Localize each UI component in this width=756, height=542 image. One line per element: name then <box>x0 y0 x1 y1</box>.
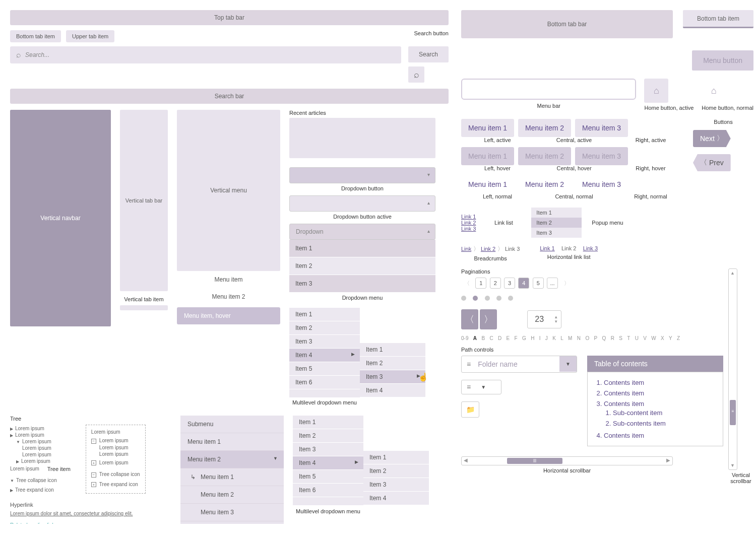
bottom-tab-item-2[interactable]: Bottom tab item <box>683 10 753 28</box>
alpha-l[interactable]: L <box>560 335 563 341</box>
menu-item-hover[interactable]: Menu item, hover <box>177 307 280 324</box>
toc-item-3[interactable]: Contents item Sub-content item Sub-conte… <box>604 398 716 430</box>
mldd2-i5[interactable]: Item 5 <box>293 470 363 484</box>
alpha-p[interactable]: P <box>594 335 598 341</box>
related-reading-link[interactable]: Related reading links <box>10 522 171 524</box>
mldd2-i6[interactable]: Item 6 <box>293 484 363 497</box>
vertical-scrollbar[interactable]: ▲ ≡ ▼ <box>728 268 737 470</box>
toc-item-4[interactable]: Contents item <box>604 430 716 441</box>
menu-item-left-active[interactable]: Menu item 1 <box>461 119 514 137</box>
alpha-0-9[interactable]: 0-9 <box>461 335 468 341</box>
folder-up-button[interactable]: 📁 <box>461 401 479 418</box>
mldd1-item-4[interactable]: Item 4▶ <box>289 349 360 362</box>
dropdown-item-3[interactable]: Item 3 <box>289 275 435 293</box>
pg-1[interactable]: 1 <box>475 278 486 289</box>
pg-prev[interactable]: 〈 <box>461 278 472 289</box>
search-input[interactable]: ⌕ Search... <box>10 46 401 63</box>
stepper-down-icon[interactable]: ▼ <box>554 319 558 324</box>
stepper-up-icon[interactable]: ▲ <box>554 315 558 319</box>
mldd1-item-6[interactable]: Item 6 <box>289 376 360 389</box>
tree-minus-icon[interactable]: − <box>91 439 96 444</box>
pg-3[interactable]: 3 <box>504 278 515 289</box>
dot-2[interactable] <box>473 296 478 301</box>
alpha-q[interactable]: Q <box>602 335 606 341</box>
mldd1-item-1[interactable]: Item 1 <box>289 308 360 321</box>
menu-item-left-hover[interactable]: Menu item 1 <box>461 147 514 165</box>
alpha-m[interactable]: M <box>568 335 572 341</box>
path-dropdown-btn[interactable]: ▼ <box>559 356 577 372</box>
path-control-1[interactable]: ≡ Folder name ▼ <box>461 356 577 373</box>
tree-plus-icon[interactable]: + <box>91 460 96 465</box>
next-button[interactable]: Next 〉 <box>693 130 731 147</box>
dropdown-item-2[interactable]: Item 2 <box>289 257 435 275</box>
mldd1-sub-1[interactable]: Item 1 <box>360 343 425 357</box>
pg-2[interactable]: 2 <box>490 278 501 289</box>
alpha-z[interactable]: Z <box>677 335 680 341</box>
dot-4[interactable] <box>496 296 501 301</box>
path-control-2[interactable]: ≡ ▼ <box>461 380 501 394</box>
vertical-tab-bar[interactable]: Vertical tab bar <box>120 110 168 291</box>
tree-item[interactable]: ▶Lorem ipsum <box>10 432 71 438</box>
toc-item-1[interactable]: Contents item <box>604 377 716 388</box>
popup-item-1[interactable]: Item 1 <box>531 208 582 218</box>
alpha-n[interactable]: N <box>577 335 581 341</box>
alpha-r[interactable]: R <box>611 335 614 341</box>
prev-button[interactable]: 〈 Prev <box>693 154 731 171</box>
scrollbar-thumb[interactable]: ≡ <box>730 400 736 425</box>
alpha-d[interactable]: D <box>498 335 501 341</box>
alpha-s[interactable]: S <box>619 335 622 341</box>
vml-sub-2[interactable]: Menu item 2 <box>180 486 284 504</box>
popup-item-3[interactable]: Item 3 <box>531 228 582 238</box>
upper-tab-item[interactable]: Upper tab item <box>66 30 114 42</box>
mldd1-sub-4[interactable]: Item 4 <box>360 384 425 397</box>
tree-item[interactable]: ▶Lorem ipsum <box>10 426 71 431</box>
menu-item-right-active[interactable]: Menu item 3 <box>575 119 628 137</box>
mldd2-i4[interactable]: Item 4▶ <box>293 456 363 470</box>
mldd2-s4[interactable]: Item 4 <box>363 492 429 505</box>
alpha-v[interactable]: V <box>643 335 647 341</box>
scrollbar-thumb[interactable]: ||| <box>507 458 562 464</box>
vertical-navbar[interactable]: Vertical navbar <box>10 110 111 326</box>
tree-item[interactable]: Lorem ipsum <box>99 445 140 450</box>
alpha-o[interactable]: O <box>585 335 589 341</box>
dot-5[interactable] <box>508 296 513 301</box>
search-icon-button[interactable]: ⌕ <box>408 66 424 83</box>
alpha-t[interactable]: T <box>627 335 630 341</box>
alpha-e[interactable]: E <box>507 335 510 341</box>
stepper[interactable]: 23 ▲ ▼ <box>527 310 561 328</box>
big-next[interactable]: 〉 <box>480 309 497 329</box>
horizontal-scrollbar[interactable]: ◀ ||| ▶ <box>461 456 673 465</box>
home-button-normal[interactable]: ⌂ <box>702 79 726 103</box>
alpha-h[interactable]: H <box>531 335 534 341</box>
menu-item-2[interactable]: Menu item 2 <box>177 288 280 305</box>
scroll-right-icon[interactable]: ▶ <box>666 457 670 463</box>
alpha-w[interactable]: W <box>651 335 656 341</box>
scroll-left-icon[interactable]: ◀ <box>464 457 468 463</box>
menu-button[interactable]: Menu button <box>692 50 753 71</box>
tree-item[interactable]: Lorem ipsum <box>10 466 39 471</box>
dot-1[interactable] <box>461 296 466 301</box>
vml-sub-1[interactable]: ↳Menu item 1 <box>180 468 284 486</box>
alpha-j[interactable]: J <box>545 335 548 341</box>
big-prev[interactable]: 〈 <box>461 309 478 329</box>
bottom-tab-bar[interactable]: Bottom tab bar <box>461 10 673 38</box>
mldd1-item-3[interactable]: Item 3 <box>289 335 360 349</box>
dropdown-open[interactable]: Dropdown▴ <box>289 224 435 240</box>
mldd2-i1[interactable]: Item 1 <box>293 416 363 429</box>
alpha-k[interactable]: K <box>552 335 556 341</box>
vml-item-3[interactable]: Menu item 3▶ <box>180 521 284 524</box>
vertical-menu[interactable]: Vertical menu <box>177 110 280 271</box>
dot-3[interactable] <box>485 296 490 301</box>
tree-item[interactable]: Lorem ipsum <box>99 451 140 457</box>
tree-item[interactable]: +Lorem ipsum <box>91 460 140 466</box>
mldd2-i3[interactable]: Item 3 <box>293 443 363 456</box>
menu-bar[interactable] <box>461 79 636 100</box>
hyperlink-example[interactable]: Lorem ipsum dolor sit amet, consectetur … <box>10 511 171 516</box>
mldd1-sub-2[interactable]: Item 2 <box>360 357 425 370</box>
top-tab-bar[interactable]: Top tab bar <box>10 10 449 25</box>
toc-sub-2[interactable]: Sub-contents item <box>613 418 716 429</box>
menu-item-central-active[interactable]: Menu item 2 <box>518 119 571 137</box>
menu-item-right-hover[interactable]: Menu item 3 <box>575 147 628 165</box>
tree-item[interactable]: ▶Lorem ipsum <box>16 458 71 464</box>
menu-item-central-normal[interactable]: Menu item 2 <box>518 175 571 193</box>
